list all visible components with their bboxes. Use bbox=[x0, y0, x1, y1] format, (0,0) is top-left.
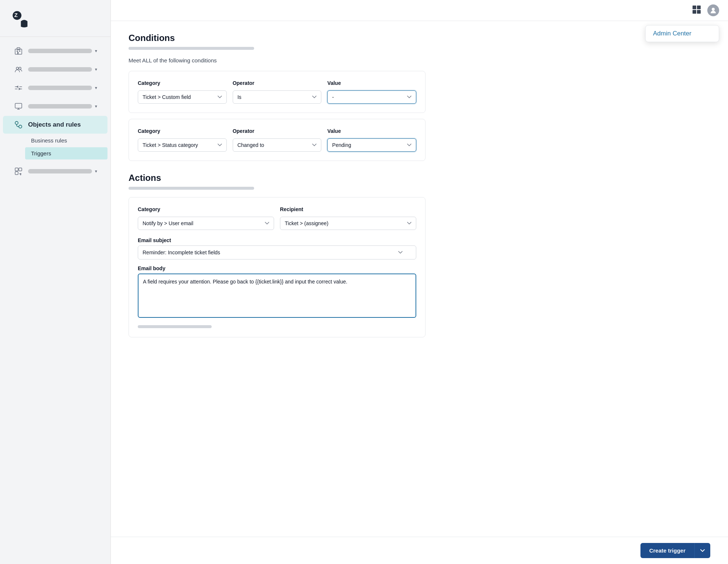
condition-2-operator-group: Operator Changed to bbox=[233, 128, 322, 152]
sidebar-logo: Z bbox=[0, 0, 110, 37]
zendesk-logo: Z bbox=[10, 9, 33, 28]
sidebar-item-objects-rules[interactable]: Objects and rules bbox=[3, 116, 107, 134]
condition-card-2: Category Ticket > Status category Operat… bbox=[129, 119, 425, 161]
email-subject-display[interactable]: Reminder: Incomplete ticket fields bbox=[138, 245, 416, 259]
nav-label-bar-buildings bbox=[28, 49, 92, 53]
chevron-down-icon: ▾ bbox=[95, 48, 97, 54]
create-trigger-chevron-button[interactable] bbox=[694, 543, 710, 558]
actions-bar bbox=[129, 187, 254, 190]
content-area: Conditions Meet ALL of the following con… bbox=[111, 21, 443, 380]
svg-rect-13 bbox=[19, 168, 22, 171]
conditions-subtitle: Meet ALL of the following conditions bbox=[129, 57, 425, 63]
nav-label-bar-people bbox=[28, 67, 92, 72]
svg-rect-9 bbox=[15, 103, 22, 108]
sidebar-item-people[interactable]: ▾ bbox=[3, 61, 107, 78]
chevron-down-icon: ▾ bbox=[95, 169, 97, 174]
svg-point-11 bbox=[19, 125, 22, 128]
condition-2-value-select[interactable]: Pending bbox=[327, 138, 416, 152]
action-1-recipient-select[interactable]: Ticket > (assignee) bbox=[280, 217, 416, 230]
admin-center-link[interactable]: Admin Center bbox=[653, 30, 691, 37]
svg-rect-3 bbox=[17, 48, 20, 50]
action-1-category-group: Category Notify by > User email bbox=[138, 206, 274, 230]
routing-icon bbox=[13, 83, 24, 93]
top-bar bbox=[111, 0, 728, 21]
chevron-down-icon: ▾ bbox=[95, 67, 97, 72]
email-subject-label: Email subject bbox=[138, 237, 416, 243]
sub-nav: Business rules Triggers bbox=[0, 134, 110, 159]
condition-1-operator-label: Operator bbox=[233, 80, 322, 86]
condition-1-value-group: Value - bbox=[327, 80, 416, 104]
svg-rect-14 bbox=[15, 172, 18, 175]
sidebar-item-triggers[interactable]: Triggers bbox=[25, 147, 107, 159]
grid-icon[interactable] bbox=[692, 5, 701, 16]
create-trigger-button[interactable]: Create trigger bbox=[640, 543, 694, 558]
top-bar-icons bbox=[692, 4, 719, 16]
conditions-section: Conditions Meet ALL of the following con… bbox=[129, 33, 425, 161]
condition-card-1: Category Ticket > Custom field Operator … bbox=[129, 71, 425, 113]
admin-center-dropdown: Admin Center bbox=[645, 25, 719, 42]
condition-1-value-label: Value bbox=[327, 80, 416, 86]
footer-bar: Create trigger bbox=[111, 537, 728, 564]
condition-2-value-label: Value bbox=[327, 128, 416, 134]
nav-label-bar-apps bbox=[28, 169, 92, 173]
sidebar-item-routing[interactable]: ▾ bbox=[3, 79, 107, 97]
svg-point-10 bbox=[15, 121, 18, 124]
svg-point-21 bbox=[712, 8, 715, 11]
people-icon bbox=[13, 64, 24, 75]
svg-rect-17 bbox=[693, 6, 696, 9]
sidebar-nav: ▾ ▾ ▾ ▾ bbox=[0, 37, 110, 564]
condition-1-category-group: Category Ticket > Custom field bbox=[138, 80, 227, 104]
buildings-icon bbox=[13, 46, 24, 56]
condition-row-2: Category Ticket > Status category Operat… bbox=[138, 128, 416, 152]
user-avatar[interactable] bbox=[707, 4, 719, 16]
svg-rect-16 bbox=[19, 173, 21, 174]
actions-section: Actions Category Notify by > User email … bbox=[129, 173, 425, 337]
action-1-recipient-label: Recipient bbox=[280, 206, 416, 212]
email-body-textarea[interactable]: A field requires your attention. Please … bbox=[138, 274, 416, 318]
condition-1-operator-select[interactable]: Is bbox=[233, 90, 322, 104]
sidebar-item-label-objects-rules: Objects and rules bbox=[28, 121, 81, 128]
monitor-icon bbox=[13, 101, 24, 111]
card-footer-bar bbox=[138, 325, 212, 328]
sidebar-item-buildings[interactable]: ▾ bbox=[3, 42, 107, 60]
main-content: Admin Center Conditions Meet ALL of the … bbox=[111, 0, 728, 564]
objects-rules-icon bbox=[13, 120, 24, 130]
nav-label-bar-monitor bbox=[28, 104, 92, 109]
nav-label-bar-routing bbox=[28, 86, 92, 90]
condition-1-category-label: Category bbox=[138, 80, 227, 86]
action-row-1: Category Notify by > User email Recipien… bbox=[138, 206, 416, 230]
chevron-down-icon: ▾ bbox=[95, 85, 97, 90]
sidebar: Z ▾ ▾ ▾ bbox=[0, 0, 111, 564]
condition-2-category-label: Category bbox=[138, 128, 227, 134]
svg-rect-20 bbox=[697, 10, 701, 14]
conditions-title: Conditions bbox=[129, 33, 425, 43]
action-1-category-label: Category bbox=[138, 206, 274, 212]
condition-2-operator-label: Operator bbox=[233, 128, 322, 134]
conditions-bar bbox=[129, 47, 254, 50]
sidebar-item-monitor[interactable]: ▾ bbox=[3, 97, 107, 115]
sidebar-item-business-rules[interactable]: Business rules bbox=[25, 134, 107, 147]
apps-icon bbox=[13, 166, 24, 176]
condition-2-category-group: Category Ticket > Status category bbox=[138, 128, 227, 152]
condition-2-operator-select[interactable]: Changed to bbox=[233, 138, 322, 152]
svg-rect-12 bbox=[15, 168, 18, 171]
sidebar-item-apps[interactable]: ▾ bbox=[3, 162, 107, 180]
chevron-down-icon: ▾ bbox=[95, 104, 97, 109]
svg-point-8 bbox=[19, 67, 21, 69]
action-card-1: Category Notify by > User email Recipien… bbox=[129, 197, 425, 337]
condition-2-category-select[interactable]: Ticket > Status category bbox=[138, 138, 227, 152]
condition-1-value-select[interactable]: - bbox=[327, 90, 416, 104]
svg-rect-5 bbox=[19, 51, 20, 52]
condition-2-value-group: Value Pending bbox=[327, 128, 416, 152]
condition-1-operator-group: Operator Is bbox=[233, 80, 322, 104]
actions-title: Actions bbox=[129, 173, 425, 183]
email-subject-field: Email subject Reminder: Incomplete ticke… bbox=[138, 237, 416, 259]
action-1-recipient-group: Recipient Ticket > (assignee) bbox=[280, 206, 416, 230]
condition-row-1: Category Ticket > Custom field Operator … bbox=[138, 80, 416, 104]
action-1-category-select[interactable]: Notify by > User email bbox=[138, 217, 274, 230]
svg-rect-18 bbox=[697, 6, 701, 9]
svg-rect-4 bbox=[17, 52, 18, 54]
email-body-label: Email body bbox=[138, 265, 416, 271]
email-body-field: Email body A field requires your attenti… bbox=[138, 265, 416, 319]
condition-1-category-select[interactable]: Ticket > Custom field bbox=[138, 90, 227, 104]
